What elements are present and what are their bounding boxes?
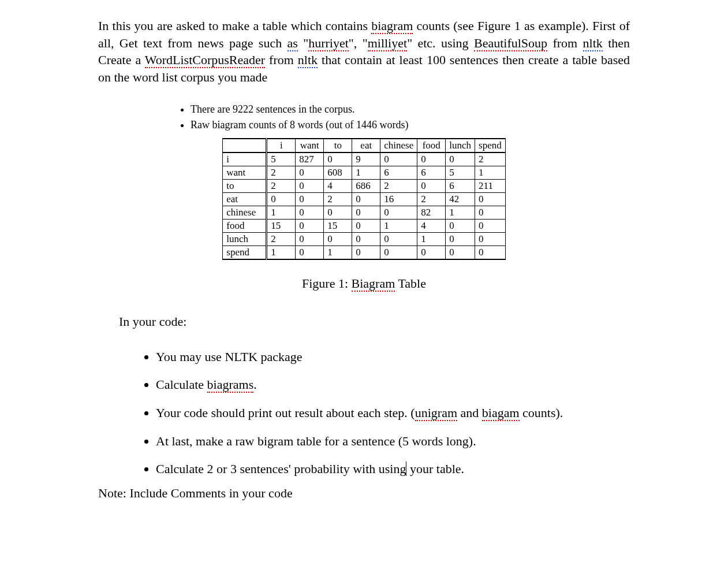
- text: Calculate 2 or 3 sentences' probability …: [156, 462, 406, 476]
- cell: 0: [475, 232, 506, 245]
- text: Calculate: [156, 377, 207, 392]
- col-header: eat: [352, 139, 380, 152]
- cell: 82: [417, 206, 446, 219]
- list-item: Calculate 2 or 3 sentences' probability …: [156, 461, 630, 478]
- cell: 2: [380, 179, 417, 192]
- col-header: want: [296, 139, 324, 152]
- spell-as: as: [288, 36, 298, 51]
- cell: 0: [380, 152, 417, 166]
- col-header: i: [267, 139, 296, 152]
- cell: 42: [446, 192, 475, 206]
- cell: 0: [352, 232, 380, 245]
- section-label: In your code:: [119, 314, 630, 329]
- cell: 0: [380, 206, 417, 219]
- table-row: to 2 0 4 686 2 0 6 211: [223, 179, 505, 192]
- cell: 6: [417, 166, 446, 179]
- text: .: [253, 377, 257, 392]
- cell: 0: [380, 245, 417, 259]
- cell: 0: [417, 152, 446, 166]
- cell: 9: [352, 152, 380, 166]
- cell: 0: [475, 192, 506, 206]
- cell: 5: [446, 166, 475, 179]
- bigram-table: i want to eat chinese food lunch spend i…: [222, 138, 505, 260]
- row-header: chinese: [223, 206, 267, 219]
- spell-hurriyet: hurriyet: [308, 36, 349, 51]
- cell: 2: [267, 232, 296, 245]
- cell: 0: [296, 219, 324, 232]
- table-header-row: i want to eat chinese food lunch spend: [223, 139, 505, 152]
- row-header: i: [223, 152, 267, 166]
- row-header: food: [223, 219, 267, 232]
- table-row: food 15 0 15 0 1 4 0 0: [223, 219, 505, 232]
- document-page: In this you are asked to make a table wh…: [0, 0, 728, 584]
- cell: 0: [446, 219, 475, 232]
- cell: 16: [380, 192, 417, 206]
- table-corner-cell: [223, 139, 267, 152]
- cell: 0: [296, 206, 324, 219]
- cell: 1: [267, 206, 296, 219]
- cell: 0: [475, 206, 506, 219]
- spell-nltk-1: nltk: [583, 36, 603, 51]
- intro-paragraph: In this you are asked to make a table wh…: [98, 17, 630, 86]
- cell: 0: [296, 166, 324, 179]
- spell-unigram: unigram: [415, 406, 457, 421]
- list-item: Your code should print out result about …: [156, 405, 630, 422]
- cell: 5: [267, 152, 296, 166]
- cell: 0: [324, 232, 352, 245]
- table-row: eat 0 0 2 0 16 2 42 0: [223, 192, 505, 206]
- cell: 0: [352, 245, 380, 259]
- corpus-info-list: There are 9222 sentences in the corpus. …: [98, 103, 630, 131]
- cell: 1: [324, 245, 352, 259]
- cell: 4: [324, 179, 352, 192]
- col-header: chinese: [380, 139, 417, 152]
- figure-caption-suffix: Table: [395, 276, 426, 291]
- figure-caption: Figure 1: Biagram Table: [98, 276, 630, 291]
- cell: 6: [446, 179, 475, 192]
- spell-biagam: biagam: [482, 406, 520, 421]
- spell-biagrams: biagrams: [207, 377, 254, 393]
- list-item: There are 9222 sentences in the corpus.: [191, 103, 630, 116]
- cell: 0: [352, 192, 380, 206]
- cell: 0: [296, 192, 324, 206]
- cell: 608: [324, 166, 352, 179]
- spell-biagram: biagram: [371, 18, 413, 34]
- cell: 0: [352, 206, 380, 219]
- note-line: Note: Include Comments in your code: [98, 486, 630, 501]
- cell: 1: [417, 232, 446, 245]
- list-item: At last, make a raw bigram table for a s…: [156, 433, 630, 450]
- cell: 0: [446, 245, 475, 259]
- spell-milliyet: milliyet: [368, 36, 407, 51]
- list-item: Calculate biagrams.: [156, 377, 630, 393]
- cell: 0: [352, 219, 380, 232]
- cell: 0: [324, 206, 352, 219]
- cell: 0: [324, 152, 352, 166]
- cell: 1: [267, 245, 296, 259]
- requirements-list: You may use NLTK package Calculate biagr…: [98, 349, 630, 478]
- spell-wordlistcorpusreader: WordListCorpusReader: [145, 53, 265, 68]
- cell: 686: [352, 179, 380, 192]
- table-row: lunch 2 0 0 0 0 1 0 0: [223, 232, 505, 245]
- figure-caption-prefix: Figure 1:: [302, 276, 352, 291]
- cell: 4: [417, 219, 446, 232]
- text: Your code should print out result about …: [156, 406, 415, 420]
- table-row: spend 1 0 1 0 0 0 0 0: [223, 245, 505, 259]
- cell: 827: [296, 152, 324, 166]
- col-header: to: [324, 139, 352, 152]
- list-item: You may use NLTK package: [156, 349, 630, 366]
- row-header: to: [223, 179, 267, 192]
- cell: 0: [417, 179, 446, 192]
- cell: 0: [380, 232, 417, 245]
- cell: 0: [446, 152, 475, 166]
- cell: 2: [324, 192, 352, 206]
- cell: 1: [380, 219, 417, 232]
- cell: 0: [296, 232, 324, 245]
- cell: 0: [267, 192, 296, 206]
- spell-biagram-caption: Biagram: [352, 276, 395, 292]
- cell: 0: [475, 245, 506, 259]
- col-header: lunch: [446, 139, 475, 152]
- cell: 0: [475, 219, 506, 232]
- table-row: i 5 827 0 9 0 0 0 2: [223, 152, 505, 166]
- spell-beautifulsoup: BeautifulSoup: [474, 36, 547, 51]
- cell: 0: [296, 245, 324, 259]
- cell: 211: [475, 179, 506, 192]
